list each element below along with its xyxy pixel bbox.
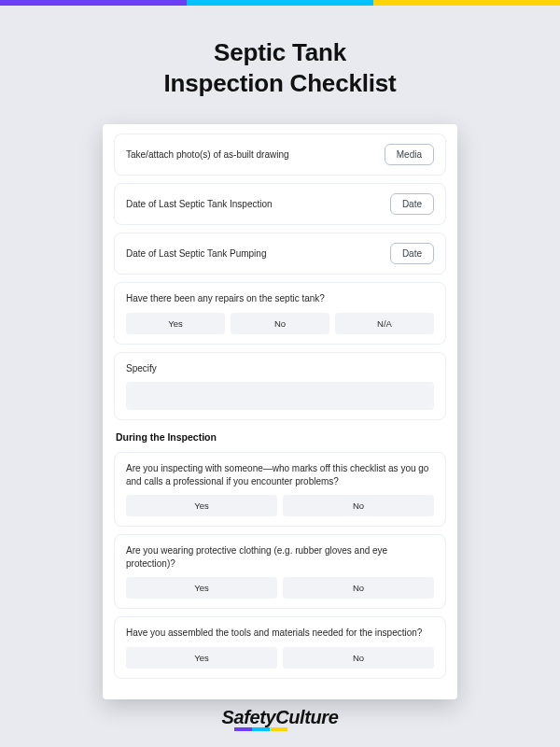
item-label: Take/attach photo(s) of as-built drawing xyxy=(126,148,289,162)
specify-input[interactable] xyxy=(126,382,434,410)
item-repairs-question: Have there been any repairs on the septi… xyxy=(114,282,446,345)
title-line-1: Septic Tank xyxy=(214,38,346,66)
item-photo-asbuilt: Take/attach photo(s) of as-built drawing… xyxy=(114,134,446,176)
item-label: Date of Last Septic Tank Pumping xyxy=(126,247,266,261)
item-last-pumping-date: Date of Last Septic Tank Pumping Date xyxy=(114,233,446,275)
top-accent-bar xyxy=(0,0,560,6)
item-protective-clothing: Are you wearing protective clothing (e.g… xyxy=(114,534,446,609)
option-no[interactable]: No xyxy=(283,577,434,599)
option-yes[interactable]: Yes xyxy=(126,313,225,334)
title-line-2: Inspection Checklist xyxy=(164,69,397,97)
brand-text: SafetyCulture xyxy=(222,707,339,727)
option-yes[interactable]: Yes xyxy=(126,577,277,599)
item-label: Specify xyxy=(126,362,434,375)
date-button[interactable]: Date xyxy=(390,243,434,264)
item-specify: Specify xyxy=(114,352,446,421)
footer: SafetyCulture xyxy=(0,707,560,728)
media-button[interactable]: Media xyxy=(385,144,434,165)
option-yes[interactable]: Yes xyxy=(126,495,277,516)
item-last-inspection-date: Date of Last Septic Tank Inspection Date xyxy=(114,183,446,225)
date-button[interactable]: Date xyxy=(390,193,434,215)
item-label: Date of Last Septic Tank Inspection xyxy=(126,198,273,211)
brand-underline xyxy=(234,727,288,731)
item-label: Are you inspecting with someone—who mark… xyxy=(126,462,434,487)
item-label: Have you assembled the tools and materia… xyxy=(126,627,434,640)
item-label: Have there been any repairs on the septi… xyxy=(126,292,434,305)
option-no[interactable]: No xyxy=(231,313,329,334)
option-no[interactable]: No xyxy=(283,495,434,516)
option-no[interactable]: No xyxy=(283,647,434,669)
item-tools-materials: Have you assembled the tools and materia… xyxy=(114,616,446,679)
option-yes[interactable]: Yes xyxy=(126,647,277,669)
brand-logo: SafetyCulture xyxy=(222,707,339,728)
item-inspecting-with-someone: Are you inspecting with someone—who mark… xyxy=(114,452,446,527)
item-label: Are you wearing protective clothing (e.g… xyxy=(126,544,434,570)
section-header-during-inspection: During the Inspection xyxy=(116,431,444,443)
option-na[interactable]: N/A xyxy=(335,313,434,334)
page-title: Septic Tank Inspection Checklist xyxy=(0,37,560,98)
checklist-card: Take/attach photo(s) of as-built drawing… xyxy=(103,124,457,699)
